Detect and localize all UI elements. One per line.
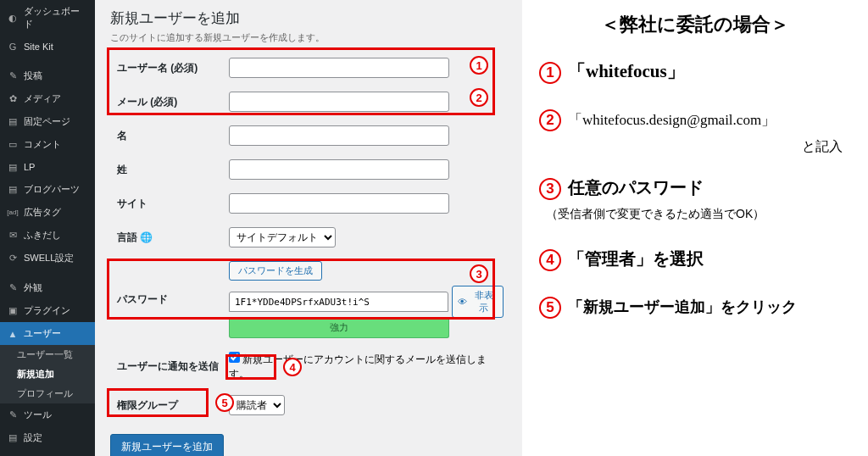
generate-password-button[interactable]: パスワードを生成 (229, 261, 322, 281)
media-icon: ✿ (7, 93, 19, 105)
sidebar-item-adtag[interactable]: [ad]広告タグ (0, 201, 95, 224)
sidebar-item-swell[interactable]: ⟳SWELL設定 (0, 247, 95, 270)
parts-icon: ▤ (7, 184, 19, 196)
marker-1: 1 (470, 56, 488, 75)
label-lastname: 姓 (110, 153, 225, 186)
guide-num-4: 4 (539, 249, 561, 271)
password-strength: 強力 (229, 318, 449, 338)
guide-text-4: 「管理者」を選択 (568, 247, 704, 270)
page-icon: ▤ (7, 116, 19, 128)
sidebar-item-tools[interactable]: ✎ツール (0, 403, 95, 426)
label-firstname: 名 (110, 119, 225, 153)
sidebar-sub-adduser[interactable]: 新規追加 (0, 364, 95, 384)
sidebar-item-lp[interactable]: ▤LP (0, 156, 95, 178)
site-input[interactable] (229, 193, 449, 214)
sidebar-item-seopack[interactable]: ▤SEO PACK (0, 449, 95, 456)
sidebar-sub-userlist[interactable]: ユーザー一覧 (0, 345, 95, 364)
guide-panel: ＜弊社に委託の場合＞ 1「whitefocus」 2「whitefocus.de… (522, 0, 868, 456)
slider-icon: ▤ (7, 432, 19, 444)
add-user-button[interactable]: 新規ユーザーを追加 (110, 434, 224, 456)
sidebar-item-blogparts[interactable]: ▤ブログパーツ (0, 178, 95, 201)
sidebar-item-posts[interactable]: ✎投稿 (0, 64, 95, 87)
wrench-icon: ✎ (7, 409, 19, 421)
guide-num-5: 5 (539, 297, 561, 319)
sidebar-item-settings[interactable]: ▤設定 (0, 426, 95, 449)
translate-icon: 🌐 (140, 231, 153, 243)
comment-icon: ▭ (7, 139, 19, 151)
guide-text-2: 「whitefocus.design@gmail.com」 (568, 110, 776, 130)
notify-label[interactable]: 新規ユーザーにアカウントに関するメールを送信します。 (229, 353, 487, 380)
guide-text-3b: （受信者側で変更できるため適当でOK） (546, 207, 851, 222)
guide-text-2b: と記入 (539, 138, 843, 156)
sidebar-item-comments[interactable]: ▭コメント (0, 133, 95, 156)
guide-title: ＜弊社に委託の場合＞ (539, 12, 851, 37)
marker-4: 4 (283, 358, 302, 376)
balloon-icon: ✉ (7, 230, 19, 242)
language-select[interactable]: サイトデフォルト (229, 227, 336, 247)
role-select[interactable]: 購読者 (229, 395, 285, 415)
notify-checkbox[interactable] (229, 352, 240, 363)
page-title: 新規ユーザーを追加 (110, 8, 507, 28)
email-input[interactable] (229, 92, 449, 112)
password-input[interactable] (229, 292, 448, 312)
guide-num-3: 3 (539, 178, 561, 200)
firstname-input[interactable] (229, 125, 449, 146)
swell-icon: ⟳ (7, 253, 19, 264)
marker-3: 3 (470, 264, 488, 283)
label-notify: ユーザーに通知を送信 (110, 345, 225, 388)
label-language: 言語 🌐 (110, 220, 225, 254)
gauge-icon: ◐ (7, 12, 19, 24)
marker-2: 2 (470, 88, 488, 107)
sidebar-item-fukidashi[interactable]: ✉ふきだし (0, 224, 95, 247)
page-description: このサイトに追加する新規ユーザーを作成します。 (110, 31, 507, 44)
guide-num-2: 2 (539, 109, 561, 131)
eye-slash-icon: 👁 (458, 297, 467, 307)
brush-icon: ✎ (7, 282, 19, 294)
sidebar-item-pages[interactable]: ▤固定ページ (0, 110, 95, 133)
g-icon: G (7, 41, 19, 53)
lp-icon: ▤ (7, 161, 19, 173)
user-icon: ▲ (7, 328, 19, 340)
guide-text-5: 「新規ユーザー追加」をクリック (568, 297, 797, 317)
sidebar-item-sitekit[interactable]: GSite Kit (0, 36, 95, 58)
sidebar-sub-profile[interactable]: プロフィール (0, 384, 95, 403)
sidebar-item-media[interactable]: ✿メディア (0, 87, 95, 110)
guide-text-1: 「whitefocus」 (568, 59, 685, 83)
marker-5: 5 (215, 393, 234, 412)
plugin-icon: ▣ (7, 305, 19, 317)
label-site: サイト (110, 186, 225, 220)
label-email: メール (必須) (110, 85, 225, 119)
wp-admin-sidebar: ◐ダッシュボード GSite Kit ✎投稿 ✿メディア ▤固定ページ ▭コメン… (0, 0, 95, 456)
username-input[interactable] (229, 58, 449, 78)
content-area: 新規ユーザーを追加 このサイトに追加する新規ユーザーを作成します。 ユーザー名 … (95, 0, 522, 456)
sidebar-item-plugins[interactable]: ▣プラグイン (0, 299, 95, 322)
guide-text-3: 任意のパスワード (568, 176, 704, 199)
hide-password-button[interactable]: 👁非表示 (452, 286, 504, 318)
sidebar-item-appearance[interactable]: ✎外観 (0, 276, 95, 299)
label-password: パスワード (110, 254, 225, 345)
lastname-input[interactable] (229, 159, 449, 180)
label-username: ユーザー名 (必須) (110, 51, 225, 85)
label-role: 権限グループ (110, 388, 225, 422)
sidebar-item-dashboard[interactable]: ◐ダッシュボード (0, 0, 95, 36)
pin-icon: ✎ (7, 70, 19, 82)
ad-icon: [ad] (7, 207, 19, 219)
guide-num-1: 1 (539, 62, 561, 84)
sidebar-item-users[interactable]: ▲ユーザー (0, 322, 95, 345)
